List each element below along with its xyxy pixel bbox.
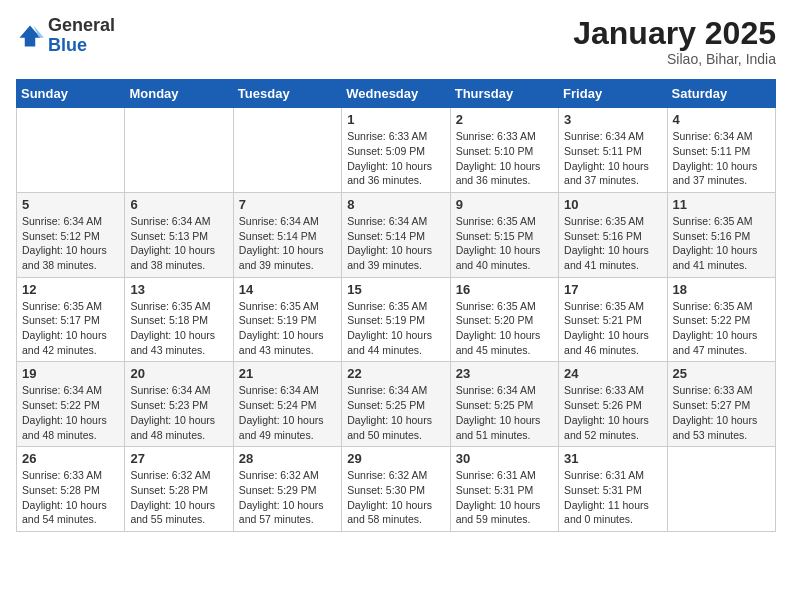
calendar-cell: 3Sunrise: 6:34 AM Sunset: 5:11 PM Daylig… [559,108,667,193]
day-number: 21 [239,366,336,381]
day-info: Sunrise: 6:35 AM Sunset: 5:19 PM Dayligh… [239,299,336,358]
calendar-cell: 8Sunrise: 6:34 AM Sunset: 5:14 PM Daylig… [342,192,450,277]
day-number: 23 [456,366,553,381]
day-info: Sunrise: 6:33 AM Sunset: 5:28 PM Dayligh… [22,468,119,527]
calendar-cell [125,108,233,193]
logo-blue-text: Blue [48,35,87,55]
day-info: Sunrise: 6:32 AM Sunset: 5:28 PM Dayligh… [130,468,227,527]
day-info: Sunrise: 6:34 AM Sunset: 5:22 PM Dayligh… [22,383,119,442]
calendar-cell: 20Sunrise: 6:34 AM Sunset: 5:23 PM Dayli… [125,362,233,447]
calendar-cell: 26Sunrise: 6:33 AM Sunset: 5:28 PM Dayli… [17,447,125,532]
day-number: 29 [347,451,444,466]
calendar-cell: 27Sunrise: 6:32 AM Sunset: 5:28 PM Dayli… [125,447,233,532]
calendar-cell: 17Sunrise: 6:35 AM Sunset: 5:21 PM Dayli… [559,277,667,362]
day-info: Sunrise: 6:35 AM Sunset: 5:16 PM Dayligh… [673,214,770,273]
day-info: Sunrise: 6:35 AM Sunset: 5:17 PM Dayligh… [22,299,119,358]
calendar-week-5: 26Sunrise: 6:33 AM Sunset: 5:28 PM Dayli… [17,447,776,532]
day-number: 4 [673,112,770,127]
day-number: 6 [130,197,227,212]
day-info: Sunrise: 6:34 AM Sunset: 5:11 PM Dayligh… [564,129,661,188]
calendar-cell: 16Sunrise: 6:35 AM Sunset: 5:20 PM Dayli… [450,277,558,362]
day-number: 19 [22,366,119,381]
day-info: Sunrise: 6:34 AM Sunset: 5:11 PM Dayligh… [673,129,770,188]
calendar-subtitle: Silao, Bihar, India [573,51,776,67]
day-info: Sunrise: 6:33 AM Sunset: 5:26 PM Dayligh… [564,383,661,442]
day-number: 13 [130,282,227,297]
calendar-cell: 11Sunrise: 6:35 AM Sunset: 5:16 PM Dayli… [667,192,775,277]
calendar-cell: 12Sunrise: 6:35 AM Sunset: 5:17 PM Dayli… [17,277,125,362]
calendar-week-2: 5Sunrise: 6:34 AM Sunset: 5:12 PM Daylig… [17,192,776,277]
day-info: Sunrise: 6:35 AM Sunset: 5:22 PM Dayligh… [673,299,770,358]
calendar-cell: 4Sunrise: 6:34 AM Sunset: 5:11 PM Daylig… [667,108,775,193]
day-number: 5 [22,197,119,212]
calendar-cell [233,108,341,193]
day-info: Sunrise: 6:35 AM Sunset: 5:18 PM Dayligh… [130,299,227,358]
day-info: Sunrise: 6:34 AM Sunset: 5:25 PM Dayligh… [456,383,553,442]
day-number: 11 [673,197,770,212]
day-number: 28 [239,451,336,466]
day-number: 12 [22,282,119,297]
weekday-header-sunday: Sunday [17,80,125,108]
calendar-week-1: 1Sunrise: 6:33 AM Sunset: 5:09 PM Daylig… [17,108,776,193]
day-number: 22 [347,366,444,381]
weekday-header-saturday: Saturday [667,80,775,108]
day-info: Sunrise: 6:34 AM Sunset: 5:12 PM Dayligh… [22,214,119,273]
day-info: Sunrise: 6:35 AM Sunset: 5:15 PM Dayligh… [456,214,553,273]
calendar-cell: 2Sunrise: 6:33 AM Sunset: 5:10 PM Daylig… [450,108,558,193]
day-info: Sunrise: 6:35 AM Sunset: 5:21 PM Dayligh… [564,299,661,358]
day-info: Sunrise: 6:34 AM Sunset: 5:24 PM Dayligh… [239,383,336,442]
day-number: 30 [456,451,553,466]
day-number: 18 [673,282,770,297]
day-info: Sunrise: 6:32 AM Sunset: 5:29 PM Dayligh… [239,468,336,527]
day-number: 9 [456,197,553,212]
calendar-cell: 6Sunrise: 6:34 AM Sunset: 5:13 PM Daylig… [125,192,233,277]
weekday-header-row: SundayMondayTuesdayWednesdayThursdayFrid… [17,80,776,108]
weekday-header-tuesday: Tuesday [233,80,341,108]
weekday-header-wednesday: Wednesday [342,80,450,108]
calendar-cell: 10Sunrise: 6:35 AM Sunset: 5:16 PM Dayli… [559,192,667,277]
day-number: 2 [456,112,553,127]
calendar-cell: 5Sunrise: 6:34 AM Sunset: 5:12 PM Daylig… [17,192,125,277]
day-number: 1 [347,112,444,127]
calendar-cell: 19Sunrise: 6:34 AM Sunset: 5:22 PM Dayli… [17,362,125,447]
calendar-cell: 31Sunrise: 6:31 AM Sunset: 5:31 PM Dayli… [559,447,667,532]
calendar-cell: 30Sunrise: 6:31 AM Sunset: 5:31 PM Dayli… [450,447,558,532]
logo-icon [16,22,44,50]
svg-marker-0 [20,25,41,46]
day-number: 14 [239,282,336,297]
day-info: Sunrise: 6:35 AM Sunset: 5:20 PM Dayligh… [456,299,553,358]
calendar-title: January 2025 [573,16,776,51]
calendar-cell: 14Sunrise: 6:35 AM Sunset: 5:19 PM Dayli… [233,277,341,362]
logo-general-text: General [48,15,115,35]
day-info: Sunrise: 6:34 AM Sunset: 5:13 PM Dayligh… [130,214,227,273]
day-number: 27 [130,451,227,466]
day-number: 8 [347,197,444,212]
calendar-cell: 22Sunrise: 6:34 AM Sunset: 5:25 PM Dayli… [342,362,450,447]
day-info: Sunrise: 6:33 AM Sunset: 5:09 PM Dayligh… [347,129,444,188]
day-number: 7 [239,197,336,212]
day-info: Sunrise: 6:35 AM Sunset: 5:16 PM Dayligh… [564,214,661,273]
day-number: 20 [130,366,227,381]
day-info: Sunrise: 6:35 AM Sunset: 5:19 PM Dayligh… [347,299,444,358]
calendar-cell: 1Sunrise: 6:33 AM Sunset: 5:09 PM Daylig… [342,108,450,193]
day-number: 24 [564,366,661,381]
calendar-cell: 23Sunrise: 6:34 AM Sunset: 5:25 PM Dayli… [450,362,558,447]
day-info: Sunrise: 6:34 AM Sunset: 5:14 PM Dayligh… [239,214,336,273]
day-number: 25 [673,366,770,381]
calendar-cell: 9Sunrise: 6:35 AM Sunset: 5:15 PM Daylig… [450,192,558,277]
calendar-week-3: 12Sunrise: 6:35 AM Sunset: 5:17 PM Dayli… [17,277,776,362]
weekday-header-friday: Friday [559,80,667,108]
day-info: Sunrise: 6:32 AM Sunset: 5:30 PM Dayligh… [347,468,444,527]
calendar-table: SundayMondayTuesdayWednesdayThursdayFrid… [16,79,776,532]
calendar-cell: 7Sunrise: 6:34 AM Sunset: 5:14 PM Daylig… [233,192,341,277]
day-number: 31 [564,451,661,466]
calendar-cell [667,447,775,532]
day-number: 16 [456,282,553,297]
calendar-week-4: 19Sunrise: 6:34 AM Sunset: 5:22 PM Dayli… [17,362,776,447]
calendar-cell [17,108,125,193]
day-number: 26 [22,451,119,466]
calendar-cell: 15Sunrise: 6:35 AM Sunset: 5:19 PM Dayli… [342,277,450,362]
day-info: Sunrise: 6:33 AM Sunset: 5:10 PM Dayligh… [456,129,553,188]
day-info: Sunrise: 6:31 AM Sunset: 5:31 PM Dayligh… [564,468,661,527]
logo: General Blue [16,16,115,56]
